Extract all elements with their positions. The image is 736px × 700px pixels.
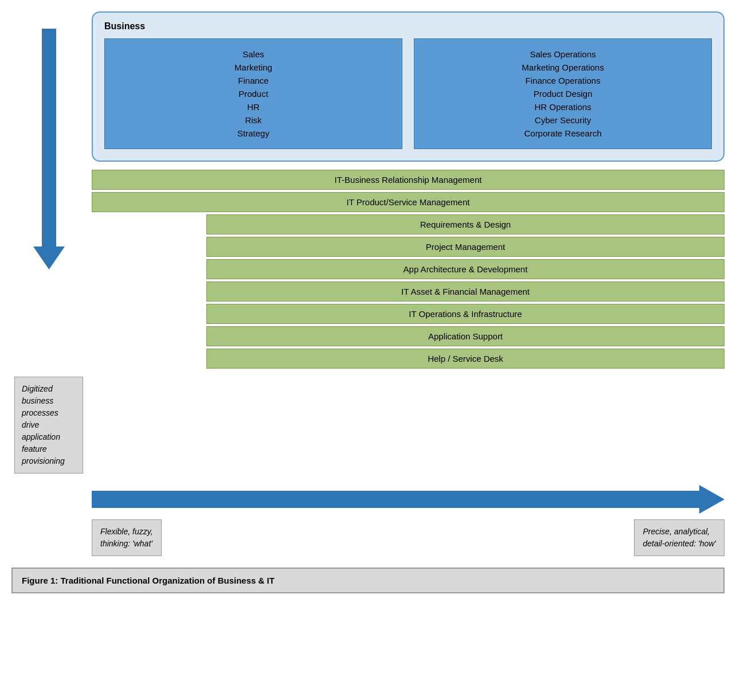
biz-ops-sales: Sales Operations: [530, 49, 596, 59]
svg-rect-1: [42, 29, 56, 247]
left-caption-area: Digitized business processes drive appli…: [11, 377, 86, 474]
bottom-right-text: Precise, analytical,detail-oriented: 'ho…: [643, 527, 716, 548]
business-left-box: Sales Marketing Finance Product HR Risk …: [104, 38, 402, 149]
business-label: Business: [104, 21, 712, 32]
svg-marker-4: [699, 485, 725, 514]
biz-ops-marketing: Marketing Operations: [522, 62, 604, 72]
business-box: Business Sales Marketing Finance Product…: [92, 11, 725, 162]
biz-item-risk: Risk: [245, 115, 261, 125]
right-arrow-icon: [92, 485, 725, 514]
business-inner: Sales Marketing Finance Product HR Risk …: [104, 38, 712, 149]
business-area: Business Sales Marketing Finance Product…: [86, 11, 725, 369]
biz-ops-cyber: Cyber Security: [535, 115, 591, 125]
main-container: Business Sales Marketing Finance Product…: [11, 11, 725, 593]
green-row-itps: IT Product/Service Management: [92, 192, 725, 212]
down-arrow-icon: [33, 29, 65, 269]
green-row-ops: IT Operations & Infrastructure: [206, 304, 725, 324]
green-row-pm: Project Management: [206, 237, 725, 257]
bottom-label-right: Precise, analytical,detail-oriented: 'ho…: [634, 519, 725, 556]
left-arrow-area: [11, 11, 86, 269]
biz-item-strategy: Strategy: [237, 128, 269, 138]
green-row-help: Help / Service Desk: [206, 349, 725, 369]
biz-ops-product-design: Product Design: [534, 89, 593, 99]
biz-item-marketing: Marketing: [234, 62, 272, 72]
bottom-label-left: Flexible, fuzzy,thinking: 'what': [92, 519, 162, 556]
bottom-labels: Flexible, fuzzy,thinking: 'what' Precise…: [11, 519, 725, 556]
biz-item-finance: Finance: [238, 76, 268, 85]
svg-rect-3: [92, 491, 706, 508]
biz-item-hr: HR: [247, 102, 260, 112]
caption-row: Digitized business processes drive appli…: [11, 377, 725, 474]
green-row-support: Application Support: [206, 326, 725, 346]
figure-caption: Figure 1: Traditional Functional Organiz…: [11, 568, 725, 593]
biz-ops-research: Corporate Research: [524, 128, 601, 138]
green-row-itbr: IT-Business Relationship Management: [92, 170, 725, 190]
biz-ops-hr: HR Operations: [534, 102, 591, 112]
biz-item-product: Product: [238, 89, 268, 99]
bottom-left-text: Flexible, fuzzy,thinking: 'what': [100, 527, 153, 548]
svg-marker-2: [33, 247, 65, 269]
green-row-asset: IT Asset & Financial Management: [206, 281, 725, 302]
green-rows-wrapper: IT-Business Relationship Management IT P…: [92, 170, 725, 369]
left-caption-box: Digitized business processes drive appli…: [14, 377, 83, 474]
horizontal-arrow-section: [11, 485, 725, 514]
green-right-rows: Requirements & Design Project Management…: [92, 214, 725, 369]
green-row-arch: App Architecture & Development: [206, 259, 725, 279]
biz-item-sales: Sales: [242, 49, 264, 59]
business-right-box: Sales Operations Marketing Operations Fi…: [414, 38, 712, 149]
biz-ops-finance: Finance Operations: [526, 76, 601, 85]
green-row-req: Requirements & Design: [206, 214, 725, 234]
